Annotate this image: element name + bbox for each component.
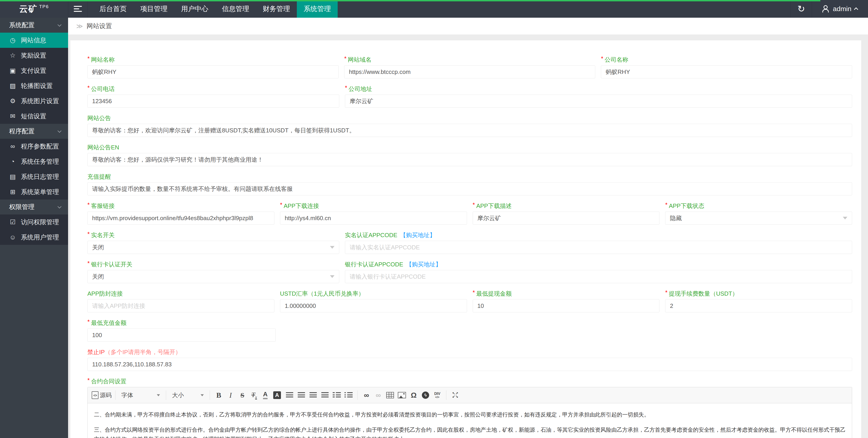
realname-switch-select[interactable]: 关闭 (87, 241, 339, 254)
required-asterisk: * (280, 201, 282, 208)
maximize-icon: ↖↗↙↘ (452, 392, 458, 399)
nav-item-info[interactable]: 信息管理 (215, 0, 256, 18)
sidebar-item-system-images[interactable]: ⚙ 系统图片设置 (0, 93, 68, 109)
align-center-button[interactable] (296, 390, 307, 400)
min-recharge-input[interactable] (87, 329, 276, 342)
chevron-down-icon (58, 23, 62, 27)
sidebar-group-system-config[interactable]: 系统配置 (0, 18, 68, 33)
source-button[interactable]: <> 源码 (92, 390, 112, 400)
field-realname-switch: *实名开关 关闭 (87, 232, 339, 254)
bankcard-appcode-input[interactable] (345, 270, 852, 283)
maximize-button[interactable]: ↖↗↙↘ (450, 390, 460, 400)
nav-item-dashboard[interactable]: 后台首页 (93, 0, 133, 18)
required-asterisk: * (87, 85, 90, 91)
align-justify-button[interactable] (320, 390, 330, 400)
unlink-button[interactable]: ∞ (373, 390, 383, 400)
link-icon: ∞ (9, 143, 17, 150)
font-dropdown[interactable]: 字体 (119, 391, 162, 399)
usdt-rate-input[interactable] (280, 299, 467, 312)
min-withdraw-input[interactable] (473, 299, 660, 312)
italic-button[interactable]: I (225, 390, 236, 400)
app-antiblock-input[interactable] (87, 299, 274, 312)
ordered-list-button[interactable] (332, 390, 342, 400)
table-button[interactable] (385, 390, 395, 400)
bankcard-switch-select[interactable]: 关闭 (87, 270, 339, 283)
hamburger-icon (74, 6, 82, 12)
special-char-button[interactable]: Ω (408, 390, 419, 400)
strikethrough-button[interactable]: S (237, 390, 248, 400)
field-realname-appcode: 实名认证APPCODE【购买地址】 (345, 232, 852, 254)
user-menu[interactable]: admin (812, 0, 868, 18)
sidebar-item-site-info[interactable]: ◷ 网站信息 (0, 33, 68, 48)
sidebar-item-carousel-settings[interactable]: ▨ 轮播图设置 (0, 78, 68, 93)
remove-format-button[interactable]: Tx (249, 390, 259, 400)
nav-item-system[interactable]: 系统管理 (297, 0, 338, 18)
sidebar-item-system-users[interactable]: ☺ 系统用户管理 (0, 230, 68, 245)
sidebar-group-permissions[interactable]: 权限管理 (0, 200, 68, 214)
field-site-name: *网站名称 (87, 56, 339, 78)
unordered-list-button[interactable] (343, 390, 354, 400)
dropdown-arrow-icon (843, 217, 847, 220)
field-company-phone: *公司电话 (87, 86, 339, 108)
required-asterisk: * (344, 55, 346, 62)
logo-version-badge: TP6 (39, 4, 49, 9)
service-link-input[interactable] (87, 211, 274, 225)
dropdown-arrow-icon (330, 275, 335, 278)
sidebar-item-sms-settings[interactable]: ✉ 短信设置 (0, 109, 68, 124)
buy-address-link[interactable]: 【购买地址】 (400, 232, 435, 238)
main-content: ≫ 网站设置 *网站名称 *网站域名 *公司名称 * (68, 18, 868, 438)
site-name-input[interactable] (87, 65, 339, 78)
app-download-link-input[interactable] (280, 211, 467, 225)
user-icon: ☺ (9, 234, 17, 241)
sidebar-item-system-logs[interactable]: ▤ 系统日志管理 (0, 169, 68, 184)
editor-content[interactable]: 二、合约期未满，甲方不得擅自终止本协议，否则，乙方将取消甲方的合约服务，甲方不享… (88, 403, 852, 438)
align-right-button[interactable] (308, 390, 318, 400)
sidebar-item-reward-settings[interactable]: ☆ 奖励设置 (0, 48, 68, 63)
background-color-button[interactable]: A (273, 390, 283, 400)
app-download-desc-input[interactable] (473, 211, 660, 225)
sidebar-toggle-button[interactable] (68, 0, 88, 18)
banned-ip-input[interactable] (87, 358, 852, 371)
nav-item-user-center[interactable]: 用户中心 (174, 0, 215, 18)
field-bankcard-appcode: 银行卡认证APPCODE【购买地址】 (345, 261, 852, 283)
company-phone-input[interactable] (87, 95, 339, 108)
site-notice-input[interactable] (87, 124, 852, 137)
sidebar-item-system-menus[interactable]: ⊞ 系统菜单管理 (0, 184, 68, 200)
nav-item-projects[interactable]: 项目管理 (133, 0, 174, 18)
sidebar-item-system-tasks[interactable]: ◔ 系统任务管理 (0, 154, 68, 169)
field-app-download-link: *APP下载连接 (280, 202, 467, 225)
sidebar-item-payment-settings[interactable]: ▣ 支付设置 (0, 63, 68, 78)
sidebar-item-program-params[interactable]: ∞ 程序参数配置 (0, 139, 68, 154)
realname-appcode-input[interactable] (345, 241, 852, 254)
withdraw-fee-input[interactable] (665, 299, 852, 312)
star-icon: ☆ (9, 52, 17, 59)
nav-item-finance[interactable]: 财务管理 (256, 0, 297, 18)
div-container-button[interactable]: DIV</> (432, 390, 442, 400)
required-asterisk: * (473, 289, 475, 296)
sidebar-group-program-config[interactable]: 程序配置 (0, 124, 68, 139)
buy-address-link[interactable]: 【购买地址】 (406, 261, 441, 268)
text-color-button[interactable]: A (261, 390, 271, 400)
image-button[interactable] (397, 390, 407, 400)
recharge-tip-input[interactable] (87, 182, 852, 195)
field-company-address: *公司地址 (345, 86, 852, 108)
breadcrumb-arrow-icon: ≫ (76, 23, 83, 30)
site-domain-input[interactable] (344, 65, 595, 78)
refresh-button[interactable]: ↻ (790, 0, 812, 18)
field-site-domain: *网站域名 (344, 56, 595, 78)
flash-button[interactable]: ϟ (420, 390, 431, 400)
app-download-status-select[interactable]: 隐藏 (665, 211, 852, 225)
shield-check-icon: ☑ (9, 218, 17, 226)
banknote-icon: ▣ (9, 67, 17, 74)
chevron-down-icon (58, 204, 62, 208)
align-left-button[interactable] (284, 390, 295, 400)
settings-form: *网站名称 *网站域名 *公司名称 *公司电话 *公司地址 (70, 40, 861, 438)
font-size-dropdown[interactable]: 大小 (170, 391, 206, 399)
company-address-input[interactable] (345, 95, 852, 108)
site-notice-en-input[interactable] (87, 153, 852, 166)
link-button[interactable]: ∞ (361, 390, 372, 400)
field-withdraw-fee: *提现手续费数量（USDT） (665, 290, 852, 312)
bold-button[interactable]: B (214, 390, 224, 400)
company-name-input[interactable] (601, 65, 852, 78)
sidebar-item-access-permissions[interactable]: ☑ 访问权限管理 (0, 214, 68, 230)
